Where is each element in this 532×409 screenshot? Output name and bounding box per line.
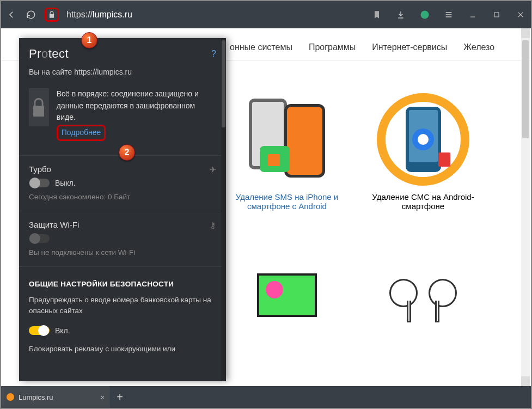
svg-rect-1: [494, 13, 499, 17]
article-card-3[interactable]: [235, 249, 339, 348]
wifi-label: Защита Wi-Fi: [29, 220, 79, 229]
page-scrollbar[interactable]: [521, 28, 530, 386]
favicon: [7, 393, 14, 401]
annotation-marker-2: 2: [119, 144, 135, 161]
svg-point-0: [421, 11, 429, 19]
lock-icon[interactable]: [45, 8, 59, 22]
maximize-icon[interactable]: [491, 9, 503, 21]
reload-icon[interactable]: [25, 9, 37, 21]
article-thumb: [241, 249, 333, 341]
security-settings-header: ОБЩИЕ НАСТРОЙКИ БЕЗОПАСНОСТИ: [19, 270, 226, 292]
tab-bar: Lumpics.ru × +: [1, 386, 531, 408]
wifi-icon: ⚷: [210, 220, 216, 230]
nav-hardware[interactable]: Железо: [463, 42, 494, 52]
nav-internet[interactable]: Интернет-сервисы: [372, 42, 447, 52]
turbo-label: Турбо: [29, 164, 51, 174]
help-icon[interactable]: ?: [211, 49, 216, 59]
protect-title: Protect: [29, 47, 69, 61]
profile-avatar[interactable]: [419, 9, 431, 21]
annotation-marker-1: 1: [81, 32, 97, 48]
protect-panel: Protect ? Вы на сайте https://lumpics.ru…: [19, 38, 226, 381]
download-icon[interactable]: [395, 9, 407, 21]
back-icon[interactable]: [5, 9, 17, 21]
turbo-saved: Сегодня сэкономлено: 0 Байт: [19, 191, 226, 207]
article-title: Удаление СМС на Android-смартфоне: [371, 192, 475, 211]
lock-block-icon: [29, 88, 49, 126]
article-title: Удаление SMS на iPhone и смартфоне с And…: [235, 192, 339, 211]
article-card-iphone-sms[interactable]: Удаление SMS на iPhone и смартфоне с And…: [235, 93, 339, 211]
address-bar[interactable]: https://lumpics.ru: [66, 10, 363, 20]
browser-tab[interactable]: Lumpics.ru ×: [1, 386, 110, 408]
ad-block-text: Блокировать рекламу с шокирующими или: [19, 343, 226, 359]
new-tab-button[interactable]: +: [110, 386, 130, 408]
article-thumb: [377, 249, 469, 341]
article-thumb: [241, 93, 333, 186]
minimize-icon[interactable]: [467, 9, 479, 21]
article-thumb: [377, 93, 469, 186]
article-card-android-sms[interactable]: Удаление СМС на Android-смартфоне: [371, 93, 475, 211]
nav-programs[interactable]: Программы: [309, 42, 356, 52]
turbo-state: Выкл.: [55, 179, 76, 187]
wifi-toggle: [29, 234, 50, 243]
nav-os[interactable]: онные системы: [230, 42, 292, 52]
turbo-toggle[interactable]: [29, 179, 50, 187]
site-info-line: Вы на сайте https://lumpics.ru: [19, 66, 226, 84]
secure-message: Всё в порядке: соединение защищено и дан…: [57, 88, 216, 141]
more-link[interactable]: Подробнее: [57, 125, 106, 141]
browser-toolbar: https://lumpics.ru: [1, 1, 531, 28]
close-icon[interactable]: [515, 9, 527, 21]
article-card-4[interactable]: [371, 249, 475, 348]
card-warn-toggle[interactable]: [29, 326, 50, 335]
rocket-icon: ✈: [209, 164, 216, 175]
bookmark-icon[interactable]: [371, 9, 383, 21]
card-warn-state: Вкл.: [55, 326, 70, 335]
tab-title: Lumpics.ru: [19, 393, 53, 401]
wifi-msg: Вы не подключены к сети Wi-Fi: [19, 246, 226, 263]
card-warn-text: Предупреждать о вводе номера банковской …: [19, 292, 226, 323]
panel-scrollbar[interactable]: [221, 38, 226, 381]
menu-icon[interactable]: [443, 9, 455, 21]
tab-close-icon[interactable]: ×: [100, 393, 105, 401]
